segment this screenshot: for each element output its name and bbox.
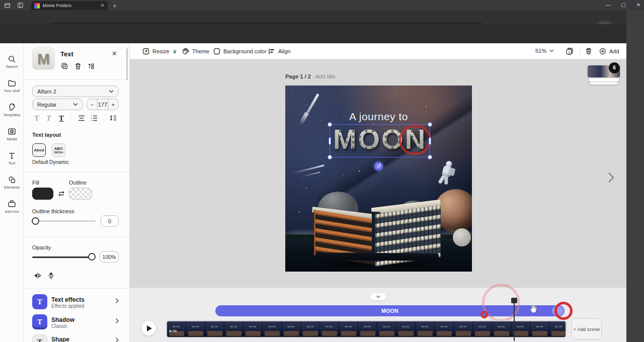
delete-icon[interactable] [74, 62, 82, 70]
edge-sidebar: b + [626, 10, 644, 342]
outline-thickness-value[interactable]: 0 [101, 215, 119, 227]
duplicate-icon[interactable] [61, 62, 68, 70]
selection-handle[interactable] [428, 155, 432, 159]
panel-divider [24, 236, 130, 237]
new-tab-button[interactable]: + [113, 2, 117, 10]
font-size-increase-button[interactable]: + [108, 99, 118, 110]
folder-icon [8, 79, 16, 88]
add-scene-button[interactable]: + Add scene [572, 318, 602, 339]
tab-close-icon[interactable]: ✕ [101, 3, 105, 8]
filmstrip-frame: MOON [263, 321, 282, 337]
selection-side-handle[interactable] [429, 137, 431, 145]
text-effects-subtitle: Effects applied [51, 303, 84, 309]
panel-divider [24, 172, 130, 172]
text-effects-title: Text effects [51, 296, 85, 303]
filmstrip-frame: MOON [205, 321, 224, 337]
timeline-collapse-button[interactable] [370, 293, 386, 300]
fill-color-swatch[interactable] [32, 188, 53, 200]
font-family-select[interactable]: Alfarn 2 [32, 86, 119, 97]
italic-button[interactable]: T [46, 114, 51, 123]
poster-subtitle-text[interactable]: A journey to [285, 111, 472, 123]
stack-count-badge: 6 [609, 62, 620, 73]
opacity-slider[interactable] [32, 256, 93, 258]
templates-icon [8, 103, 16, 112]
opacity-label: Opacity [32, 244, 51, 250]
layout-dynamic-button[interactable]: ABC DEFGH [52, 143, 65, 157]
line-spacing-button[interactable] [110, 115, 117, 121]
text-effects-row[interactable] [115, 298, 119, 304]
format-divider [70, 115, 71, 122]
panel-scrollbar[interactable] [126, 48, 128, 80]
background-color-button[interactable]: Background color [213, 48, 267, 55]
app-window: Movie Posters ✕ + — ▢ ✕ https://new.expr… [0, 0, 644, 342]
duplicate-page-icon[interactable]: 2 [566, 47, 574, 55]
window-maximize-button[interactable]: ▢ [617, 1, 630, 9]
filmstrip[interactable]: MOONMOONMOONMOONMOONMOONMOONMOONMOONMOON… [166, 320, 567, 338]
rotate-handle[interactable]: ↺ [374, 162, 383, 170]
rail-item-your-stuff[interactable]: Your stuff [0, 74, 24, 98]
outline-thickness-slider[interactable] [32, 220, 96, 222]
window-close-button[interactable]: ✕ [632, 1, 644, 9]
text-effects-icon: T [32, 294, 47, 309]
panel-close-icon[interactable]: ✕ [112, 50, 117, 57]
selection-handle[interactable] [328, 122, 332, 127]
shadow-row[interactable] [115, 318, 119, 324]
opacity-knob[interactable] [88, 253, 96, 261]
delete-page-icon[interactable] [585, 47, 592, 55]
underline-button[interactable]: T [59, 114, 64, 123]
next-page-chevron[interactable] [608, 172, 615, 183]
outline-thickness-knob[interactable] [32, 217, 39, 225]
filmstrip-frame: MOON [473, 321, 492, 337]
font-size-value[interactable]: 177 [97, 99, 108, 110]
text-selection-box[interactable] [330, 124, 430, 157]
add-ons-icon [8, 200, 16, 208]
panel-divider [24, 288, 130, 289]
rail-item-templates[interactable]: Templates [0, 99, 24, 122]
left-rail: Search Your stuff Templates Media Text E… [0, 43, 24, 342]
font-size-decrease-button[interactable]: − [87, 99, 97, 110]
rail-item-media[interactable]: Media [0, 123, 24, 146]
filmstrip-frame: MOON [454, 321, 473, 337]
poster-page[interactable]: A journey to MOON ↺ [285, 86, 472, 272]
rail-item-add-ons[interactable]: Add-ons [0, 195, 24, 218]
window-minimize-button[interactable]: — [602, 1, 615, 9]
zoom-select[interactable]: 51% [535, 48, 554, 54]
shape-row[interactable] [115, 337, 119, 342]
chevron-down-icon [73, 103, 78, 106]
chevron-down-icon [109, 90, 114, 93]
playhead-line[interactable] [514, 300, 515, 341]
resize-icon [142, 48, 149, 55]
font-weight-select[interactable]: Regular [32, 99, 83, 110]
align-button[interactable]: Align [268, 48, 290, 55]
workspaces-icon[interactable] [4, 2, 11, 9]
filmstrip-frame: MOON [224, 321, 244, 337]
playhead-cap[interactable] [511, 298, 517, 303]
shape-title: Shape [51, 336, 69, 342]
reorder-layers-icon[interactable] [88, 62, 95, 70]
resize-button[interactable]: Resize ♛ [142, 48, 177, 55]
filmstrip-frame: MOON [358, 321, 377, 337]
opacity-value[interactable]: 100% [100, 251, 119, 263]
bold-button[interactable]: T [34, 114, 39, 123]
vertical-tabs-icon[interactable] [17, 2, 24, 9]
filmstrip-frame: MOON [282, 321, 301, 337]
play-button[interactable] [141, 321, 156, 335]
swap-fill-outline-icon[interactable] [57, 190, 65, 197]
selection-side-handle[interactable] [329, 137, 331, 145]
selection-handle[interactable] [328, 155, 332, 159]
browser-tab[interactable]: Movie Posters ✕ [31, 1, 108, 10]
flip-horizontal-icon[interactable] [34, 272, 42, 279]
filmstrip-frame: MOON [301, 321, 320, 337]
selection-handle[interactable] [428, 122, 432, 127]
flip-vertical-icon[interactable] [47, 272, 55, 280]
rail-item-search[interactable]: Search [0, 50, 24, 73]
panel-divider [24, 79, 130, 80]
add-page-button[interactable]: Add [599, 48, 619, 55]
rail-item-elements[interactable]: Elements [0, 171, 24, 194]
rail-item-text[interactable]: Text [0, 147, 24, 170]
text-align-button[interactable] [78, 115, 85, 121]
outline-color-swatch[interactable] [69, 188, 92, 200]
theme-button[interactable]: Theme [182, 48, 209, 55]
layout-default-button[interactable]: Abcd [32, 143, 46, 157]
list-button[interactable] [91, 115, 98, 121]
